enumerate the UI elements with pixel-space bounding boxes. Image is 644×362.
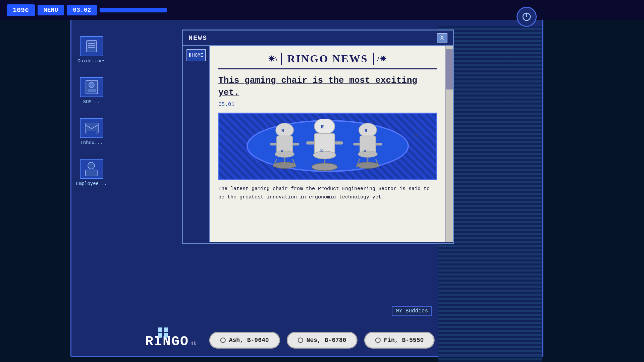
news-logo-sunburst-right: /✸ — [377, 55, 387, 63]
svg-rect-10 — [87, 131, 96, 133]
contact-buttons: Ash, B-9640 Nes, B-6780 Fin, B-5550 — [209, 332, 435, 349]
svg-point-19 — [273, 162, 296, 168]
news-logo: ✸\ RINGO NEWS /✸ — [218, 53, 437, 69]
svg-rect-17 — [292, 143, 299, 145]
news-scrollbar[interactable] — [445, 46, 453, 242]
svg-rect-0 — [87, 41, 97, 52]
svg-rect-16 — [270, 143, 276, 145]
news-body-text: The latest gaming chair from the Product… — [218, 185, 437, 202]
svg-rect-37 — [376, 143, 382, 145]
svg-rect-27 — [306, 141, 314, 144]
contact-nes-label: Nes, B-6780 — [307, 337, 346, 344]
news-image-oval: R — [247, 120, 409, 172]
svg-point-13 — [276, 123, 293, 137]
contact-ash-dot — [220, 338, 226, 343]
top-bar: 109¢ MENU 03.02 — [0, 0, 644, 20]
inbox-icon[interactable]: Inbox... — [80, 118, 103, 145]
svg-point-30 — [312, 163, 337, 171]
guidelines-label: Guidelines — [77, 58, 106, 64]
contact-nes-button[interactable]: Nes, B-6780 — [287, 332, 358, 349]
som-label: SOM... — [83, 99, 100, 105]
inbox-label: Inbox... — [80, 140, 103, 145]
svg-point-29 — [313, 151, 336, 159]
svg-text:R: R — [365, 128, 367, 133]
contact-fin-dot — [375, 338, 380, 343]
ringo-logo-sub: 4k — [190, 341, 197, 347]
menu-button[interactable]: MENU — [38, 5, 64, 15]
power-icon — [522, 12, 532, 22]
news-body: HOME ✸\ RINGO NEWS /✸ This gaming chair … — [183, 46, 453, 242]
news-window: NEWS X HOME ✸\ RINGO NEWS /✸ Thi — [182, 29, 454, 244]
svg-text:✕: ✕ — [320, 148, 323, 154]
right-stripes-bg — [438, 26, 542, 362]
contact-fin-button[interactable]: Fin, B-5550 — [364, 332, 435, 349]
news-date: 05.01 — [218, 102, 437, 108]
guidelines-icon[interactable]: Guidelines — [77, 36, 106, 64]
news-titlebar: NEWS X — [183, 31, 453, 46]
svg-point-11 — [88, 162, 95, 169]
news-logo-text: RINGO NEWS — [281, 53, 375, 65]
cursor-icon: ☞ — [413, 130, 419, 141]
contact-ash-label: Ash, B-9640 — [229, 337, 269, 344]
svg-text:R: R — [281, 128, 284, 133]
employee-icon[interactable]: Employee... — [76, 159, 107, 186]
contact-nes-dot — [298, 338, 303, 343]
som-icon[interactable]: SOM... — [80, 77, 103, 105]
my-buddies-label: MY Buddies — [392, 306, 432, 316]
svg-text:R: R — [321, 124, 324, 130]
employee-label: Employee... — [76, 181, 107, 186]
svg-point-5 — [89, 82, 94, 87]
svg-rect-28 — [335, 141, 343, 144]
home-label: HOME — [192, 53, 203, 58]
ringo-logo-area: RINGO 4k — [145, 334, 197, 349]
news-home-button[interactable]: HOME — [186, 49, 206, 61]
contact-ash-button[interactable]: Ash, B-9640 — [209, 332, 280, 349]
news-window-title: NEWS — [189, 34, 207, 42]
svg-rect-12 — [86, 170, 97, 176]
svg-rect-36 — [353, 143, 360, 145]
power-button[interactable] — [517, 7, 537, 27]
news-logo-sunburst-left: ✸\ — [268, 55, 278, 63]
news-content-area: ✸\ RINGO NEWS /✸ This gaming chair is th… — [210, 46, 445, 242]
home-icon — [189, 53, 191, 57]
svg-rect-6 — [88, 89, 96, 92]
svg-point-38 — [358, 151, 377, 157]
progress-bar — [100, 8, 167, 12]
svg-point-18 — [275, 151, 294, 157]
desktop: Guidelines SOM... Inbox.. — [70, 5, 543, 357]
svg-point-33 — [359, 123, 376, 137]
news-sidebar: HOME — [183, 46, 210, 242]
news-image: R — [218, 113, 437, 180]
svg-point-24 — [314, 119, 335, 134]
currency-display: 109¢ — [7, 4, 35, 16]
svg-point-39 — [357, 162, 379, 168]
time-display: 03.02 — [67, 5, 97, 15]
news-scrollbar-thumb[interactable] — [446, 49, 453, 89]
gaming-chairs-illustration: R — [248, 119, 408, 173]
svg-text:✕: ✕ — [364, 148, 367, 154]
news-headline[interactable]: This gaming chair is the most exciting y… — [218, 74, 437, 99]
contact-fin-label: Fin, B-5550 — [384, 337, 424, 344]
desktop-icons: Guidelines SOM... Inbox.. — [71, 33, 112, 190]
news-close-button[interactable]: X — [437, 33, 447, 43]
svg-text:✕: ✕ — [280, 148, 283, 154]
